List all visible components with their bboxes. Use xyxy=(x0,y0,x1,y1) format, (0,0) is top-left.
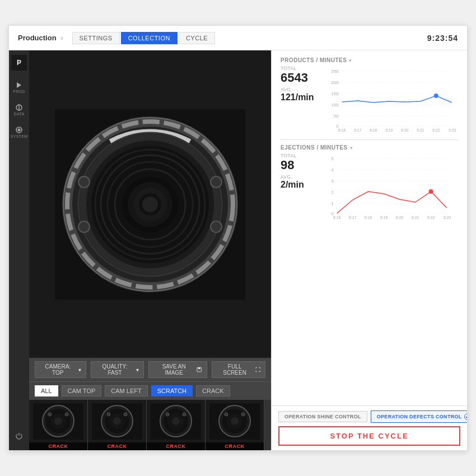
ejections-metric: EJECTIONS / MINUTES ▾ TOTAL 98 AVG. 2/mi… xyxy=(281,144,458,222)
op-shine-control[interactable]: OPERATION SHINE CONTROL xyxy=(278,411,367,422)
svg-text:200: 200 xyxy=(331,80,339,85)
svg-text:9:22: 9:22 xyxy=(427,216,435,220)
svg-point-25 xyxy=(78,176,90,188)
operations-row: OPERATION SHINE CONTROL OPERATION DEFECT… xyxy=(278,410,460,423)
filter-crack[interactable]: CRACK xyxy=(196,385,230,396)
sidebar-prod-label: PROD xyxy=(13,90,25,94)
svg-point-49 xyxy=(172,417,180,425)
svg-rect-30 xyxy=(198,367,200,369)
breadcrumb: Production xyxy=(18,34,57,42)
svg-marker-0 xyxy=(17,82,21,88)
products-avg-value: 121/min xyxy=(281,92,314,102)
time-display: 9:23:54 xyxy=(427,34,458,43)
sidebar-item-system[interactable]: SYSTEM xyxy=(9,122,29,142)
svg-point-58 xyxy=(241,413,245,416)
header-left: Production › SETTINGS COLLECTION CYCLE xyxy=(18,32,427,44)
products-chart: 250 200 150 100 50 0 9:16 9:17 9:18 9:1 xyxy=(323,66,458,133)
thumbnail-4[interactable]: CRACK xyxy=(206,400,264,450)
tab-cycle[interactable]: CYCLE xyxy=(179,32,215,44)
full-screen-btn[interactable]: FULL SCREEN xyxy=(212,361,265,378)
sidebar-data-label: DATA xyxy=(14,112,25,116)
sidebar-item-data[interactable]: DATA xyxy=(9,100,29,120)
svg-point-56 xyxy=(231,417,239,425)
tab-settings[interactable]: SETTINGS xyxy=(72,32,120,44)
svg-point-51 xyxy=(183,413,186,416)
products-title: PRODUCTS / MINUTES xyxy=(281,57,347,63)
chart-divider xyxy=(281,139,458,140)
ejections-header: EJECTIONS / MINUTES ▾ xyxy=(281,144,458,151)
quality-btn[interactable]: QUALITY: FAST ▾ xyxy=(91,361,144,378)
sidebar-item-prod[interactable]: PROD xyxy=(9,77,29,97)
speaker-visualization xyxy=(55,109,245,300)
svg-point-28 xyxy=(211,221,222,232)
ejections-avg-value: 2/min xyxy=(281,180,304,190)
svg-text:9:17: 9:17 xyxy=(349,216,357,220)
svg-text:9:19: 9:19 xyxy=(380,216,388,220)
products-header: PRODUCTS / MINUTES ▾ xyxy=(281,57,458,63)
svg-point-26 xyxy=(78,221,90,232)
sidebar-power[interactable] xyxy=(9,426,29,446)
thumbnail-1[interactable]: CRACK xyxy=(29,400,88,450)
ejections-total-value: 98 xyxy=(281,158,304,172)
gear-icon xyxy=(15,126,23,134)
svg-text:9:23: 9:23 xyxy=(448,128,456,132)
svg-text:4: 4 xyxy=(331,167,334,172)
play-icon xyxy=(15,81,23,89)
thumb-label-3: CRACK xyxy=(147,442,205,450)
svg-point-24 xyxy=(142,197,158,212)
svg-point-79 xyxy=(433,94,438,98)
thumb-img-1 xyxy=(29,400,87,442)
svg-point-36 xyxy=(48,413,52,416)
sidebar-system-label: SYSTEM xyxy=(11,134,28,138)
data-icon xyxy=(15,104,23,111)
svg-text:9:20: 9:20 xyxy=(400,128,408,132)
header: Production › SETTINGS COLLECTION CYCLE 9… xyxy=(9,26,467,50)
camera-top-btn[interactable]: CAMERA: TOP ▾ xyxy=(35,361,86,378)
products-metric: PRODUCTS / MINUTES ▾ TOTAL 6543 AVG. 121… xyxy=(281,57,458,135)
ejections-chevron: ▾ xyxy=(350,145,353,151)
main-content: P PROD DATA SYSTEM xyxy=(9,50,467,450)
svg-text:9:23: 9:23 xyxy=(444,216,451,220)
camera-controls: CAMERA: TOP ▾ QUALITY: FAST ▾ SAVE AN IM… xyxy=(29,358,271,381)
svg-text:3: 3 xyxy=(331,179,334,184)
svg-point-101 xyxy=(464,414,467,420)
stop-cycle-button[interactable]: STOP THE CYCLE xyxy=(278,426,460,446)
fullscreen-icon xyxy=(255,367,260,372)
svg-text:9:18: 9:18 xyxy=(369,128,377,132)
thumbnail-2[interactable]: CRACK xyxy=(88,400,147,450)
svg-text:5: 5 xyxy=(331,156,334,161)
metrics-section: PRODUCTS / MINUTES ▾ TOTAL 6543 AVG. 121… xyxy=(272,50,467,405)
filter-all[interactable]: ALL xyxy=(35,385,58,396)
svg-text:9:21: 9:21 xyxy=(416,128,424,132)
svg-point-50 xyxy=(166,413,169,416)
svg-text:9:19: 9:19 xyxy=(385,128,393,132)
operations-footer: OPERATION SHINE CONTROL OPERATION DEFECT… xyxy=(272,405,467,450)
filter-scratch[interactable]: SCRATCH xyxy=(151,385,193,396)
svg-text:9:18: 9:18 xyxy=(365,216,372,220)
thumb-label-2: CRACK xyxy=(88,442,146,450)
svg-text:9:22: 9:22 xyxy=(432,128,440,132)
op-defects-control[interactable]: OPERATION DEFECTS CONTROL xyxy=(371,410,467,423)
thumbnail-3[interactable]: CRACK xyxy=(147,400,206,450)
camera-section: CAMERA: TOP ▾ QUALITY: FAST ▾ SAVE AN IM… xyxy=(29,50,271,450)
filter-cam-left[interactable]: CAM LEFT xyxy=(105,385,147,396)
filter-cam-top[interactable]: CAM TOP xyxy=(62,385,102,396)
svg-text:9:17: 9:17 xyxy=(353,128,361,132)
svg-text:100: 100 xyxy=(331,102,339,108)
thumb-img-3 xyxy=(147,400,205,442)
right-panel: PRODUCTS / MINUTES ▾ TOTAL 6543 AVG. 121… xyxy=(271,50,467,450)
thumbnails-row: CRACK CRACK xyxy=(29,400,271,450)
filter-bar: ALL CAM TOP CAM LEFT SCRATCH CRACK xyxy=(29,381,271,400)
svg-text:150: 150 xyxy=(331,91,339,96)
svg-text:9:21: 9:21 xyxy=(412,216,419,220)
svg-point-42 xyxy=(113,417,121,425)
tab-group: SETTINGS COLLECTION CYCLE xyxy=(72,32,216,44)
svg-point-100 xyxy=(428,189,433,194)
tab-collection[interactable]: COLLECTION xyxy=(121,32,178,44)
svg-text:250: 250 xyxy=(331,69,339,74)
save-image-btn[interactable]: SAVE AN IMAGE xyxy=(148,361,207,378)
save-icon xyxy=(197,367,202,372)
sidebar: P PROD DATA SYSTEM xyxy=(9,50,29,450)
products-total-value: 6543 xyxy=(281,71,314,85)
camera-view xyxy=(29,50,271,358)
